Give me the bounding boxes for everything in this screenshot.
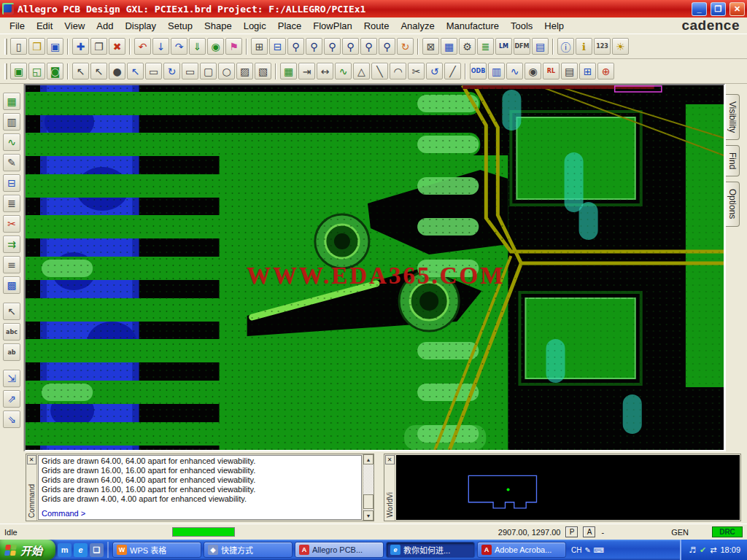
- task-adobe[interactable]: A Adobe Acroba...: [477, 542, 566, 558]
- menu-setup[interactable]: Setup: [162, 18, 198, 34]
- internet-explorer-icon[interactable]: e: [74, 543, 88, 557]
- rats-all-icon[interactable]: ⊠: [422, 38, 439, 55]
- circle-tool-icon[interactable]: ○: [218, 63, 235, 79]
- pcb-design-canvas[interactable]: WWW.EDA365.COM: [24, 84, 725, 451]
- application-mode-button[interactable]: A: [583, 526, 595, 537]
- pointer-icon[interactable]: ↖: [3, 303, 20, 320]
- menu-display[interactable]: Display: [119, 18, 162, 34]
- minimize-button[interactable]: _: [692, 2, 707, 16]
- pick-add-icon[interactable]: ↖: [72, 63, 89, 79]
- scroll-thumb[interactable]: [363, 494, 374, 509]
- disc-icon[interactable]: ●: [109, 63, 125, 79]
- odb-icon[interactable]: ODB: [470, 63, 487, 79]
- done-icon[interactable]: ⇓: [189, 38, 206, 55]
- menu-shape[interactable]: Shape: [198, 18, 238, 34]
- language-indicator[interactable]: CH: [571, 546, 581, 554]
- console-scrollbar[interactable]: ▲ ▼: [363, 454, 374, 521]
- start-button[interactable]: 开始: [0, 540, 55, 560]
- tab-visibility[interactable]: Visibility: [726, 94, 740, 140]
- board-outline-icon[interactable]: ▦: [3, 93, 20, 110]
- tab-find[interactable]: Find: [726, 145, 740, 176]
- library-icon[interactable]: ▥: [488, 63, 505, 79]
- zoom-fit-icon[interactable]: ⚲: [306, 38, 322, 55]
- browser-m-icon[interactable]: m: [58, 543, 71, 557]
- signal-wave-icon[interactable]: ∿: [3, 133, 20, 151]
- copy-icon[interactable]: ❐: [90, 38, 107, 55]
- arc-tool-icon[interactable]: ◠: [390, 63, 406, 79]
- zoom-in-icon[interactable]: ⚲: [324, 38, 341, 55]
- menu-tools[interactable]: Tools: [505, 18, 538, 34]
- palette-icon[interactable]: ▩: [3, 276, 20, 294]
- world-view-canvas[interactable]: [396, 455, 740, 520]
- dfm-icon[interactable]: DFM: [514, 38, 530, 55]
- properties-icon[interactable]: ▤: [532, 38, 549, 55]
- hatch-icon[interactable]: ▧: [255, 63, 271, 79]
- worldview-close-icon[interactable]: ✕: [385, 455, 395, 464]
- rlgc-icon[interactable]: RL: [543, 63, 560, 79]
- move-icon[interactable]: ✚: [72, 38, 89, 55]
- board-geometry-icon[interactable]: ▦: [280, 63, 297, 79]
- scroll-up-icon[interactable]: ▲: [363, 454, 374, 464]
- task-wps[interactable]: W WPS 表格: [112, 542, 201, 558]
- menu-manufacture[interactable]: Manufacture: [441, 18, 505, 34]
- app-icon[interactable]: [2, 3, 14, 15]
- probe-icon[interactable]: ∿: [506, 63, 523, 79]
- triangle-tool-icon[interactable]: △: [353, 63, 370, 79]
- shaded-rect-icon[interactable]: ▨: [236, 63, 253, 79]
- toolbar-grip[interactable]: [4, 63, 7, 79]
- zoom-out-icon[interactable]: ⚲: [342, 38, 359, 55]
- command-input-area[interactable]: Grids are drawn 64.00, 64.00 apart for e…: [38, 455, 362, 520]
- menu-edit[interactable]: Edit: [31, 18, 58, 34]
- undo-icon[interactable]: ↶: [134, 38, 151, 55]
- dimension-span-icon[interactable]: ↔: [317, 63, 333, 79]
- zoom-points-icon[interactable]: ⚲: [287, 38, 304, 55]
- frame-icon[interactable]: ▭: [145, 63, 162, 79]
- new-drawing-icon[interactable]: ▯: [10, 38, 27, 55]
- task-allegro[interactable]: A Allegro PCB...: [295, 542, 384, 558]
- grid-snap-icon[interactable]: ⊞: [579, 63, 596, 79]
- zoom-previous-icon[interactable]: ⚲: [360, 38, 377, 55]
- trim-icon[interactable]: ✂: [3, 215, 20, 233]
- console-close-icon[interactable]: ✕: [27, 455, 36, 464]
- cancel-icon[interactable]: ↓: [152, 38, 169, 55]
- fanout-icon[interactable]: ⇉: [3, 236, 20, 253]
- open-drawing-icon[interactable]: ❒: [28, 38, 45, 55]
- text-edit-icon[interactable]: ab: [3, 343, 20, 361]
- clock[interactable]: 18:09: [720, 545, 740, 554]
- signal-probe-icon[interactable]: ⊕: [597, 63, 614, 79]
- volume-icon[interactable]: ♬: [689, 545, 696, 555]
- route-up-icon[interactable]: ⇗: [3, 390, 20, 408]
- save-icon[interactable]: ▣: [47, 38, 63, 55]
- route-down-icon[interactable]: ⇘: [3, 411, 20, 428]
- delete-icon[interactable]: ✖: [109, 38, 125, 55]
- tip-icon[interactable]: ℹ: [576, 38, 592, 55]
- tab-options[interactable]: Options: [726, 182, 740, 226]
- camera-icon[interactable]: ◉: [525, 63, 541, 79]
- line-tool-icon[interactable]: ╲: [371, 63, 388, 79]
- pen-indicator[interactable]: ✎: [584, 546, 590, 554]
- grid-toggle-icon[interactable]: ⊟: [269, 38, 286, 55]
- pencil-icon[interactable]: ✎: [3, 154, 20, 171]
- text-abc-icon[interactable]: abc: [3, 323, 20, 341]
- zoom-selection-icon[interactable]: ⚲: [379, 38, 395, 55]
- menu-analyze[interactable]: Analyze: [395, 18, 440, 34]
- layers-icon[interactable]: ≣: [477, 38, 494, 55]
- slide-route-icon[interactable]: ⇲: [3, 370, 20, 387]
- numbers-icon[interactable]: 123: [594, 38, 611, 55]
- menu-flowplan[interactable]: FlowPlan: [307, 18, 357, 34]
- report-icon[interactable]: ≡: [3, 256, 20, 273]
- redraw-icon[interactable]: ↻: [397, 38, 414, 55]
- menu-route[interactable]: Route: [358, 18, 395, 34]
- task-shortcut[interactable]: ◆ 快捷方式: [204, 542, 293, 558]
- slash-tool-icon[interactable]: ╱: [444, 63, 461, 79]
- close-button[interactable]: ✕: [729, 2, 745, 16]
- package-icon[interactable]: ⊟: [3, 174, 20, 192]
- pin-array-icon[interactable]: ≣: [3, 195, 20, 212]
- show-desktop-icon[interactable]: ❏: [90, 543, 104, 557]
- ui-editor-icon[interactable]: ▥: [3, 113, 20, 131]
- menu-place[interactable]: Place: [272, 18, 308, 34]
- dimension-extend-icon[interactable]: ⇥: [298, 63, 315, 79]
- toolbar-grip[interactable]: [4, 39, 7, 55]
- color-dialog-icon[interactable]: ▦: [441, 38, 457, 55]
- task-browser-page[interactable]: e 教你如何进...: [386, 542, 475, 558]
